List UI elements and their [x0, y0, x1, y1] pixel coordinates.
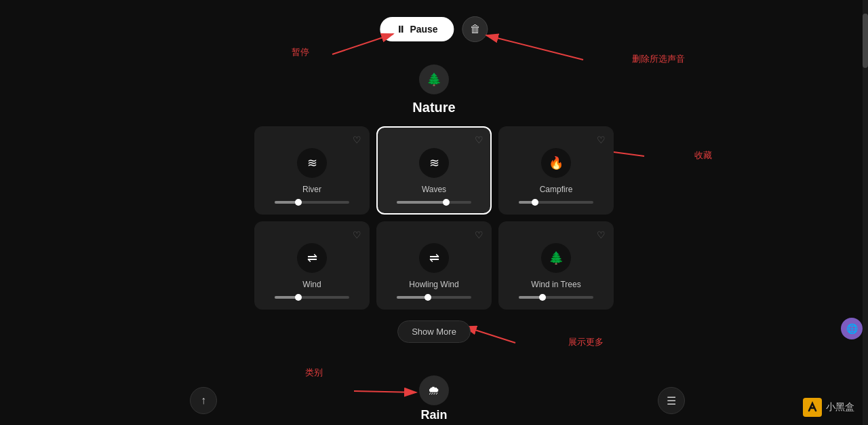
campfire-icon: 🔥: [541, 148, 571, 178]
howling-wind-volume-container: [387, 296, 481, 299]
rain-section: 🌧 Rain: [419, 375, 449, 425]
favorite-river[interactable]: ♡: [353, 134, 361, 145]
nav-menu-button[interactable]: ☰: [658, 387, 685, 414]
waves-icon: ≋: [419, 148, 449, 178]
waves-volume-container: [387, 201, 481, 204]
show-more-button[interactable]: Show More: [397, 320, 471, 343]
howling-wind-label: Howling Wind: [409, 280, 458, 289]
favorite-waves[interactable]: ♡: [475, 134, 484, 145]
river-volume-fill: [275, 201, 297, 204]
wind-in-trees-icon: 🌲: [541, 243, 571, 273]
wind-volume-track[interactable]: [275, 296, 349, 299]
wind-volume-thumb[interactable]: [295, 294, 302, 301]
howling-wind-volume-track[interactable]: [397, 296, 471, 299]
annotation-category: 类别: [305, 367, 323, 379]
purple-badge-icon: 🌐: [846, 323, 858, 334]
wind-volume-fill: [275, 296, 297, 299]
nature-section: 🌲 Nature ♡ ≋ River ♡ ≋ Waves: [231, 64, 637, 343]
pause-label: Pause: [410, 24, 437, 35]
purple-badge[interactable]: 🌐: [841, 318, 863, 339]
wind-icon: ⇌: [297, 243, 327, 273]
wind-label: Wind: [302, 280, 321, 289]
sound-grid: ♡ ≋ River ♡ ≋ Waves ♡: [254, 126, 614, 310]
campfire-label: Campfire: [540, 185, 573, 194]
annotation-pause: 暂停: [292, 46, 309, 58]
nature-icon: 🌲: [419, 64, 449, 94]
svg-line-5: [354, 391, 416, 392]
scrollbar-thumb[interactable]: [863, 14, 868, 68]
favorite-wind[interactable]: ♡: [353, 229, 361, 240]
river-volume-container: [265, 201, 359, 204]
svg-line-2: [486, 35, 583, 60]
rain-icon-glyph: 🌧: [428, 384, 440, 398]
waves-label: Waves: [422, 185, 446, 194]
nature-title: Nature: [412, 100, 455, 115]
watermark-logo: [803, 398, 822, 417]
watermark: 小黑盒: [803, 398, 854, 417]
pause-icon: ⏸: [396, 24, 406, 35]
campfire-volume-thumb[interactable]: [532, 199, 538, 206]
top-controls: ⏸ Pause 🗑: [380, 16, 488, 42]
waves-volume-track[interactable]: [397, 201, 471, 204]
waves-volume-thumb[interactable]: [443, 199, 450, 206]
campfire-volume-track[interactable]: [519, 201, 593, 204]
menu-icon: ☰: [667, 394, 676, 407]
rain-icon: 🌧: [419, 375, 449, 405]
delete-icon: 🗑: [470, 23, 481, 35]
sound-card-wind[interactable]: ♡ ⇌ Wind: [254, 221, 370, 310]
wind-in-trees-volume-track[interactable]: [519, 296, 593, 299]
rain-label: Rain: [420, 408, 447, 422]
campfire-volume-container: [509, 201, 603, 204]
delete-button[interactable]: 🗑: [462, 16, 488, 42]
scrollbar[interactable]: [863, 0, 868, 425]
sound-card-waves[interactable]: ♡ ≋ Waves: [376, 126, 492, 215]
wind-in-trees-volume-container: [509, 296, 603, 299]
waves-volume-fill: [397, 201, 446, 204]
watermark-text: 小黑盒: [826, 401, 854, 413]
sound-card-wind-in-trees[interactable]: ♡ 🌲 Wind in Trees: [498, 221, 614, 310]
sound-card-howling-wind[interactable]: ♡ ⇌ Howling Wind: [376, 221, 492, 310]
nav-up-button[interactable]: ↑: [190, 387, 217, 414]
sound-card-campfire[interactable]: ♡ 🔥 Campfire: [498, 126, 614, 215]
wind-in-trees-label: Wind in Trees: [531, 280, 580, 289]
favorite-howling-wind[interactable]: ♡: [475, 229, 484, 240]
howling-wind-volume-fill: [397, 296, 427, 299]
nature-icon-glyph: 🌲: [427, 72, 441, 87]
river-volume-thumb[interactable]: [295, 199, 302, 206]
river-volume-track[interactable]: [275, 201, 349, 204]
wind-in-trees-volume-thumb[interactable]: [539, 294, 546, 301]
favorite-campfire[interactable]: ♡: [597, 134, 606, 145]
river-label: River: [302, 185, 321, 194]
river-icon: ≋: [297, 148, 327, 178]
up-icon: ↑: [201, 394, 206, 407]
annotation-favorite: 收藏: [694, 149, 712, 162]
annotation-delete: 删除所选声音: [632, 53, 685, 65]
watermark-logo-svg: [806, 401, 818, 413]
wind-in-trees-volume-fill: [519, 296, 541, 299]
favorite-wind-in-trees[interactable]: ♡: [597, 229, 606, 240]
pause-button[interactable]: ⏸ Pause: [380, 17, 454, 41]
howling-wind-volume-thumb[interactable]: [425, 294, 431, 301]
howling-wind-icon: ⇌: [419, 243, 449, 273]
sound-card-river[interactable]: ♡ ≋ River: [254, 126, 370, 215]
wind-volume-container: [265, 296, 359, 299]
